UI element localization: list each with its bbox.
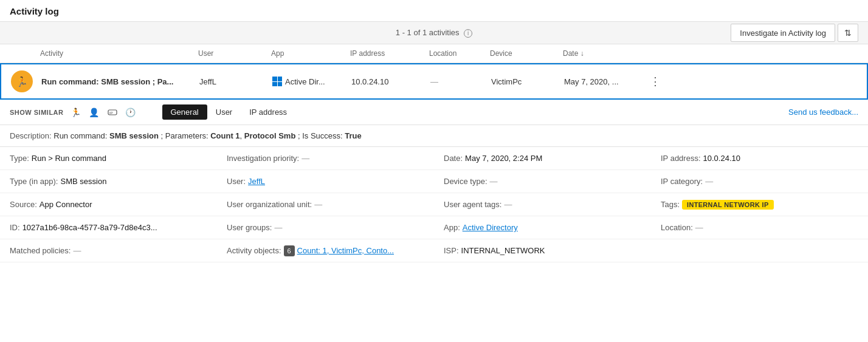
investigate-button[interactable]: Investigate in Activity log — [731, 24, 835, 42]
row-activity: Run command: SMB session ; Pa... — [41, 77, 199, 86]
detail-device-type: Device type: — — [434, 170, 651, 193]
columns-button[interactable]: ⇅ — [838, 24, 858, 42]
top-bar: 1 - 1 of 1 activities i Investigate in A… — [0, 21, 868, 44]
row-icon: 🏃 — [11, 70, 41, 92]
filter-icons: 🏃 👤 IP 🕐 — [69, 105, 138, 120]
col-actions — [642, 49, 666, 58]
detail-id: ID: 1027a1b6-98ca-4577-8a79-7d8e4c3... — [0, 216, 217, 239]
info-icon[interactable]: i — [464, 29, 472, 38]
filter-ip-icon[interactable]: IP — [105, 105, 120, 120]
row-location: — — [430, 77, 491, 86]
col-icon — [10, 49, 40, 58]
filter-time-icon[interactable]: 🕐 — [123, 105, 138, 120]
feedback-link[interactable]: Send us feedback... — [788, 108, 858, 117]
show-similar-label: SHOW SIMILAR — [10, 109, 64, 116]
more-button[interactable]: ⋮ — [643, 75, 667, 88]
desc-text: Run command: SMB session ; Parameters: C… — [53, 131, 361, 140]
activity-icon: 🏃 — [11, 70, 33, 92]
col-ip: IP address — [350, 49, 429, 58]
detail-source: Source: App Connector — [0, 193, 217, 216]
col-date[interactable]: Date ↓ — [563, 49, 642, 58]
detail-ip-address: IP address: 10.0.24.10 — [651, 147, 868, 170]
filter-activity-icon[interactable]: 🏃 — [69, 105, 83, 120]
detail-user-agent-tags: User agent tags: — — [434, 193, 651, 216]
tag-badge: INTERNAL NETWORK IP — [682, 200, 773, 210]
detail-bar: SHOW SIMILAR 🏃 👤 IP 🕐 General User IP ad… — [0, 100, 868, 125]
col-location: Location — [429, 49, 490, 58]
detail-col-4: IP address: 10.0.24.10 IP category: — Ta… — [651, 147, 868, 262]
activities-count: 1 - 1 of 1 activities i — [396, 28, 472, 38]
row-ip: 10.0.24.10 — [351, 77, 430, 86]
row-app: Active Dir... — [272, 77, 351, 86]
tab-user[interactable]: User — [207, 104, 241, 120]
detail-user: User: JeffL — [217, 170, 434, 193]
desc-label: Description: — [10, 131, 53, 140]
svg-text:IP: IP — [109, 111, 113, 115]
detail-col-3: Date: May 7, 2020, 2:24 PM Device type: … — [434, 147, 651, 262]
row-device: VictimPc — [491, 77, 564, 86]
page-title: Activity log — [0, 0, 868, 21]
detail-org-unit: User organizational unit: — — [217, 193, 434, 216]
filter-user-icon[interactable]: 👤 — [87, 105, 102, 120]
col-activity: Activity — [40, 49, 198, 58]
col-app: App — [271, 49, 350, 58]
detail-grid: Type: Run > Run command Type (in app): S… — [0, 147, 868, 262]
windows-icon — [272, 77, 282, 86]
detail-empty — [651, 239, 868, 262]
tabs: General User IP address — [162, 104, 296, 120]
detail-col-1: Type: Run > Run command Type (in app): S… — [0, 147, 217, 262]
detail-tags: Tags: INTERNAL NETWORK IP — [651, 193, 868, 216]
tab-ip-address[interactable]: IP address — [241, 104, 295, 120]
col-device: Device — [490, 49, 563, 58]
detail-col-2: Investigation priority: — User: JeffL Us… — [217, 147, 434, 262]
detail-app: App: Active Directory — [434, 216, 651, 239]
top-bar-actions: Investigate in Activity log ⇅ — [731, 24, 858, 42]
detail-date: Date: May 7, 2020, 2:24 PM — [434, 147, 651, 170]
detail-matched-policies: Matched policies: — — [0, 239, 217, 262]
detail-isp: ISP: INTERNAL_NETWORK — [434, 239, 651, 262]
activity-objects-badge: 6 — [284, 245, 295, 256]
description-bar: Description: Run command: SMB session ; … — [0, 125, 868, 147]
detail-location: Location: — — [651, 216, 868, 239]
row-date: May 7, 2020, ... — [564, 77, 643, 86]
row-user: JeffL — [199, 77, 272, 86]
detail-investigation-priority: Investigation priority: — — [217, 147, 434, 170]
table-row[interactable]: 🏃 Run command: SMB session ; Pa... JeffL… — [0, 63, 868, 100]
detail-type: Type: Run > Run command — [0, 147, 217, 170]
tab-general[interactable]: General — [162, 104, 207, 120]
table-header: Activity User App IP address Location De… — [0, 44, 868, 63]
detail-activity-objects: Activity objects: 6 Count: 1, VictimPc, … — [217, 239, 434, 262]
detail-ip-category: IP category: — — [651, 170, 868, 193]
detail-type-in-app: Type (in app): SMB session — [0, 170, 217, 193]
detail-user-groups: User groups: — — [217, 216, 434, 239]
col-user: User — [198, 49, 271, 58]
